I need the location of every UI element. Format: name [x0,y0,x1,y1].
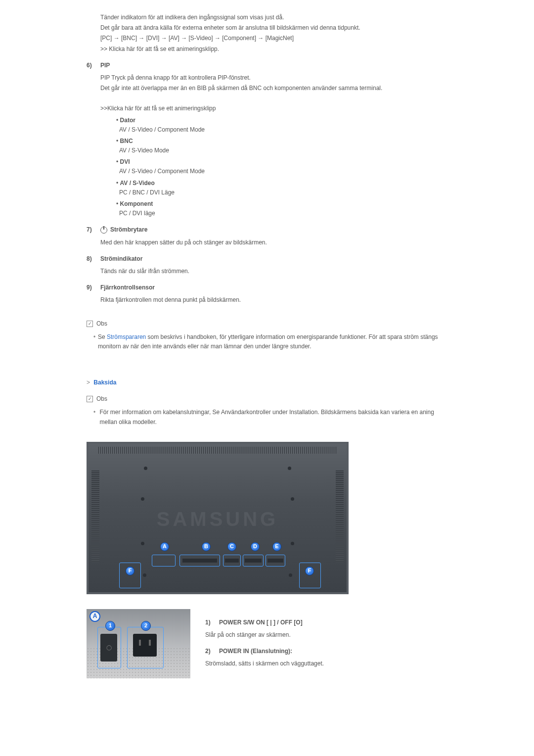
bullet-dot-icon: • [93,408,99,426]
screw-icon [144,467,147,470]
port-slot [267,559,283,563]
obs-2-label: Obs [96,394,107,404]
remote-line-1: Rikta fjärrkontrollen mot denna punkt på… [100,295,450,305]
screw-icon [288,467,291,470]
baksida-header: > Baksida [87,378,450,387]
port-badge-d: D [251,542,260,551]
intro-line-3: [PC] → [BNC] → [DVI] → [AV] → [S-Video] … [100,34,450,43]
power-icon [100,227,107,234]
power-closeup-image: A ◯ 1 2 [87,609,190,678]
bullet-dot-icon: • [93,332,98,351]
intro-block: Tänder indikatorn för att indikera den i… [100,13,450,54]
power-row-2-title: POWER IN (Elanslutning): [219,647,292,656]
screw-icon [141,497,144,501]
screw-icon [143,573,146,577]
section-7-title-text: Strömbrytare [110,225,147,235]
screw-icon [141,542,144,545]
closeup-num-2: 2 [141,621,151,631]
power-switch-icon: ◯ [100,634,117,662]
pip-bullet-sub: PC / BNC / DVI Läge [119,188,450,197]
port-badge-c: C [227,542,236,551]
pip-bullet-sub: AV / S-Video / Component Mode [119,125,450,135]
intro-line-4: >> Klicka här för att få se ett animerin… [100,45,450,54]
closeup-num-1: 1 [105,621,115,631]
port-slot [245,559,262,563]
closeup-badge-a: A [89,611,100,622]
port-badge-e: E [272,542,281,551]
port-slot [225,559,239,563]
check-icon: ✓ [87,396,93,402]
power-row-2-desc: Strömsladd, sätts i skärmen och väggutta… [205,659,450,668]
section-8-body: Tänds när du slår ifrån strömmen. [100,267,450,276]
section-7-body: Med den här knappen sätter du på och stä… [100,238,450,247]
port-badge-a: A [160,542,169,551]
pip-bullet-label: DVI [120,158,130,165]
power-line-1: Med den här knappen sätter du på och stä… [100,238,450,247]
check-icon: ✓ [87,321,93,327]
obs-2-bullet: • För mer information om kabelanslutning… [93,408,450,426]
obs-1-post: som beskrivs i handboken, för ytterligar… [98,333,438,350]
pip-bullet: • AV / S-Video [116,179,450,188]
stromspararen-link[interactable]: Strömspararen [107,333,146,340]
power-inlet-icon [133,634,157,657]
section-8-title: Strömindikator [100,254,142,264]
document-page: Tänder indikatorn för att indikera den i… [87,0,450,678]
pip-bullet-sub: AV / S-Video / Component Mode [119,167,450,176]
vent-top [98,447,337,454]
section-8-header: 8) Strömindikator [87,254,450,264]
section-9-title: Fjärrkontrollsensor [100,283,155,292]
screw-icon [291,542,294,545]
pip-bullet-sub: AV / S-Video Mode [119,146,450,155]
section-6-num: 6) [87,61,100,70]
section-9-body: Rikta fjärrkontrollen mot denna punkt på… [100,295,450,305]
pip-bullet: • Komponent [116,199,450,209]
obs-2-text: För mer information om kabelanslutningar… [99,408,450,426]
section-8-num: 8) [87,254,100,264]
obs-1-pre: Se [98,333,107,340]
section-9-header: 9) Fjärrkontrollsensor [87,283,450,292]
port-outline-f-left [119,563,141,588]
pip-bullet: • BNC [116,137,450,146]
port-outline-a [152,555,176,567]
power-row-1-num: 1) [205,618,219,627]
screw-icon [289,573,292,577]
baksida-title: Baksida [93,379,116,386]
obs-1-text: Se Strömspararen som beskrivs i handboke… [98,332,450,351]
samsung-logo: SAMSUNG [89,503,347,535]
chevron-right-icon: > [87,379,90,386]
pip-bullet: • DVI [116,157,450,167]
pip-line-1: PIP Tryck på denna knapp för att kontrol… [100,73,450,83]
pip-line-2: Det går inte att överlappa mer än en BIB… [100,84,450,93]
pip-bullet-label: BNC [120,138,133,144]
power-row-1-title: POWER S/W ON [ | ] / OFF [O] [219,618,303,627]
pip-bullet-label: AV / S-Video [120,180,155,187]
port-slot [182,559,217,563]
indicator-line-1: Tänds när du slår ifrån strömmen. [100,267,450,276]
obs-1-label: Obs [96,319,107,329]
power-row-1: 1) POWER S/W ON [ | ] / OFF [O] [205,618,450,627]
intro-line-1: Tänder indikatorn för att indikera den i… [100,13,450,22]
section-9-num: 9) [87,283,100,292]
rear-panel-image: SAMSUNG A B C D E F F [87,442,349,594]
pip-line-3: >>Klicka här för att få se ett animering… [100,104,450,113]
section-7-title: Strömbrytare [100,225,147,235]
power-row-2: 2) POWER IN (Elanslutning): [205,647,450,656]
screw-icon [291,497,294,501]
power-row-2-num: 2) [205,647,219,656]
pip-bullet-sub: PC / DVI läge [119,209,450,218]
power-row-1-desc: Slår på och stänger av skärmen. [205,630,450,640]
section-7-header: 7) Strömbrytare [87,225,450,235]
section-6-header: 6) PIP [87,61,450,70]
port-badge-b: B [202,542,211,551]
section-6-body: PIP Tryck på denna knapp för att kontrol… [100,73,450,218]
section-7-num: 7) [87,225,100,235]
section-6-title: PIP [100,61,110,70]
intro-line-2: Det går bara att ändra källa för externa… [100,23,450,33]
pip-bullet: • Dator [116,116,450,125]
pip-bullet-label: Dator [120,117,135,124]
obs-2-header: ✓ Obs [87,394,450,404]
power-description: 1) POWER S/W ON [ | ] / OFF [O] Slår på … [205,618,450,678]
port-outline-f-right [299,563,321,588]
obs-1-header: ✓ Obs [87,319,450,329]
obs-1-bullet: • Se Strömspararen som beskrivs i handbo… [93,332,450,351]
